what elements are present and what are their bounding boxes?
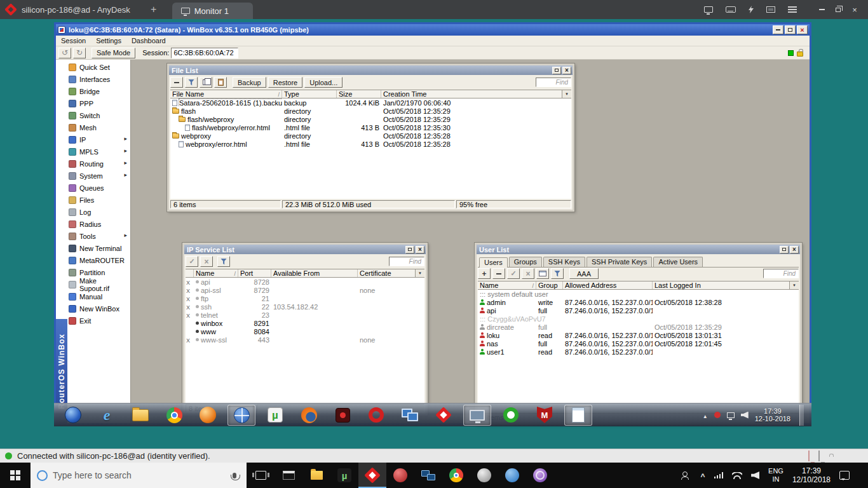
filter-button[interactable] (551, 268, 564, 279)
sidebar-item-system[interactable]: System (56, 170, 130, 182)
column-port[interactable]: Port (238, 269, 271, 277)
t7-app-opera[interactable] (362, 405, 390, 426)
column-name[interactable]: Name (478, 281, 536, 289)
user-row[interactable]: admin write 87.246.0.0/16, 152.237.0.0/1… (478, 298, 799, 306)
taskbar-app-remote-share[interactable] (414, 463, 442, 488)
user-row[interactable]: loku read 87.246.0.0/16, 152.237.0.0/1..… (478, 331, 799, 339)
sidebar-item-quick-set[interactable]: Quick Set (56, 61, 130, 73)
t7-app-network-share[interactable] (396, 405, 424, 426)
paste-button[interactable] (214, 77, 227, 88)
sidebar-item-manual[interactable]: Manual (56, 290, 130, 302)
file-row[interactable]: webproxy directory Oct/05/2018 12:35:28 (170, 132, 571, 140)
columns-dropdown-button[interactable] (562, 90, 571, 98)
sidebar-item-new-terminal[interactable]: New Terminal (56, 242, 130, 254)
show-desktop-button[interactable] (799, 405, 804, 426)
taskbar-app-utorrent[interactable] (330, 463, 358, 488)
tray-alert-icon[interactable] (714, 412, 721, 418)
filter-button[interactable] (217, 256, 230, 267)
service-row[interactable]: ftp 21 (186, 294, 424, 302)
sidebar-item-queues[interactable]: Queues (56, 182, 130, 194)
tray-volume-icon[interactable] (741, 412, 749, 419)
t7-app-anydesk[interactable] (430, 405, 458, 426)
ip-service-list-titlebar[interactable]: IP Service List × (184, 245, 426, 254)
t7-app-green-ring[interactable] (497, 405, 525, 426)
column-name[interactable]: Name (194, 269, 238, 277)
session-value[interactable]: 6C:3B:6B:60:0A:72 (171, 48, 238, 58)
t7-start-button[interactable] (59, 405, 87, 426)
sidebar-item-mesh[interactable]: Mesh (56, 121, 130, 133)
taskbar-app-chrome[interactable] (442, 463, 470, 488)
safe-mode-button[interactable]: Safe Mode (92, 48, 135, 58)
maximize-button[interactable] (552, 67, 561, 74)
menu-dashboard[interactable]: Dashboard (126, 37, 171, 44)
service-row[interactable]: ssh 22 103.54.182.42 (186, 302, 424, 311)
aaa-button[interactable]: AAA (569, 268, 599, 279)
minimize-button[interactable] (815, 3, 829, 16)
tab-groups[interactable]: Groups (509, 257, 542, 267)
sidebar-item-tools[interactable]: Tools (56, 230, 130, 242)
status-display-icon[interactable] (808, 451, 810, 461)
t7-app-explorer[interactable] (126, 405, 154, 426)
service-row[interactable]: telnet 23 (186, 311, 424, 319)
sidebar-item-make-supout[interactable]: Make Supout.rif (56, 278, 130, 290)
taskbar-app-purple-sphere[interactable] (526, 463, 554, 488)
service-row[interactable]: api 8728 (186, 278, 424, 286)
upload-button[interactable]: Upload... (304, 77, 342, 88)
menu-settings[interactable]: Settings (91, 37, 126, 44)
service-row[interactable]: www 8084 (186, 327, 424, 336)
anydesk-new-session-button[interactable]: + (146, 4, 162, 15)
menu-session[interactable]: Session (56, 37, 91, 44)
close-button[interactable]: × (562, 67, 571, 74)
maximize-button[interactable] (780, 246, 789, 254)
t7-app-display[interactable] (463, 405, 491, 426)
sidebar-item-ppp[interactable]: PPP (56, 97, 130, 109)
tab-users[interactable]: Users (479, 257, 508, 268)
column-allowed-address[interactable]: Allowed Address (563, 281, 653, 289)
file-row[interactable]: flash/webproxy directory Oct/05/2018 12:… (170, 115, 571, 123)
enable-button[interactable] (507, 268, 520, 279)
backup-button[interactable]: Backup (233, 77, 266, 88)
service-row[interactable]: www-ssl 443 none (186, 336, 424, 344)
tab-active-users[interactable]: Active Users (653, 257, 703, 267)
file-row[interactable]: flash directory Oct/05/2018 12:35:29 (170, 107, 571, 115)
column-certificate[interactable]: Certificate (358, 269, 415, 277)
winbox-close-button[interactable]: × (797, 25, 808, 34)
t7-app-media-player[interactable] (194, 405, 222, 426)
mic-icon[interactable] (233, 473, 236, 478)
tab-ssh-private-keys[interactable]: SSH Private Keys (587, 257, 652, 267)
taskbar-app-blue-sphere[interactable] (498, 463, 526, 488)
close-button[interactable]: × (790, 246, 799, 254)
menu-icon[interactable] (788, 6, 797, 13)
status-monitor-icon[interactable] (818, 451, 820, 461)
columns-dropdown-button[interactable] (415, 269, 424, 277)
sidebar-item-interfaces[interactable]: Interfaces (56, 73, 130, 85)
wifi-icon[interactable] (732, 472, 742, 479)
sidebar-item-log[interactable]: Log (56, 206, 130, 218)
sidebar-item-routing[interactable]: Routing (56, 158, 130, 170)
start-button[interactable] (0, 463, 31, 488)
action-center-icon[interactable] (839, 471, 850, 480)
restore-button[interactable]: Restore (268, 77, 303, 88)
taskbar-app-file-explorer[interactable] (302, 463, 330, 488)
sidebar-item-files[interactable]: Files (56, 194, 130, 206)
enable-button[interactable] (186, 256, 198, 267)
user-row[interactable]: api full 87.246.0.0/16, 152.237.0.0/1... (478, 306, 799, 315)
close-button[interactable]: × (416, 246, 424, 254)
remove-user-button[interactable] (492, 268, 505, 279)
sidebar-item-bridge[interactable]: Bridge (56, 85, 130, 97)
redo-button[interactable]: ↻ (73, 48, 86, 58)
column-group[interactable]: Group (536, 281, 563, 289)
column-type[interactable]: Type (282, 90, 337, 98)
t7-app-firefox[interactable] (295, 405, 323, 426)
taskbar-clock[interactable]: 17:39 12/10/2018 (792, 466, 831, 484)
winbox-restore-button[interactable] (785, 25, 796, 34)
anydesk-session-tab[interactable]: silicon-pc-186@ad - AnyDesk (22, 5, 130, 15)
t7-app-dark-red[interactable] (329, 405, 356, 426)
restore-button[interactable] (831, 3, 845, 16)
sidebar-item-mpls[interactable]: MPLS (56, 146, 130, 158)
search-input[interactable] (53, 470, 227, 480)
t7-app-chrome[interactable] (160, 405, 188, 426)
user-list-titlebar[interactable]: User List × (477, 245, 800, 254)
columns-dropdown-button[interactable] (789, 281, 799, 289)
close-button[interactable]: × (848, 3, 862, 16)
